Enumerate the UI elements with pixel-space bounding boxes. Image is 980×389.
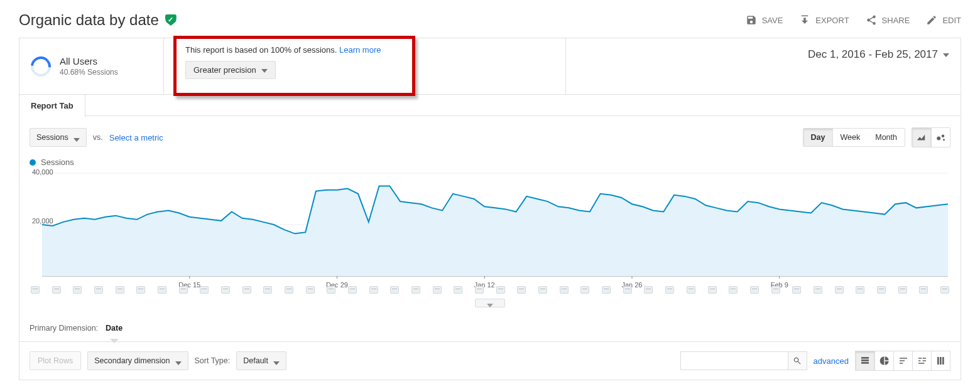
search-input[interactable] xyxy=(681,352,788,370)
motion-chart-icon[interactable] xyxy=(931,128,950,147)
line-chart-icon[interactable] xyxy=(912,128,931,147)
annotation-marker-icon[interactable] xyxy=(560,286,569,294)
pie-chart-icon[interactable] xyxy=(874,351,893,370)
annotation-marker-icon[interactable] xyxy=(771,286,780,294)
annotation-marker-icon[interactable] xyxy=(835,286,844,294)
annotation-marker-icon[interactable] xyxy=(919,286,928,294)
annotation-marker-icon[interactable] xyxy=(580,286,589,294)
annotation-marker-icon[interactable] xyxy=(644,286,653,294)
segment-subtitle: 40.68% Sessions xyxy=(60,68,118,77)
granularity-day[interactable]: Day xyxy=(803,129,833,146)
advanced-filter-link[interactable]: advanced xyxy=(814,356,849,366)
annotation-marker-icon[interactable] xyxy=(792,286,801,294)
save-button[interactable]: SAVE xyxy=(746,14,783,26)
primary-dimension-value[interactable]: Date xyxy=(106,324,122,338)
annotation-marker-icon[interactable] xyxy=(242,286,251,294)
date-range-label: Dec 1, 2016 - Feb 25, 2017 xyxy=(808,48,938,61)
table-view-toggle xyxy=(855,351,950,371)
annotation-marker-icon[interactable] xyxy=(179,286,188,294)
annotation-marker-icon[interactable] xyxy=(158,286,166,294)
edit-button[interactable]: EDIT xyxy=(926,14,961,26)
segment-name: All Users xyxy=(60,56,118,67)
annotation-marker-icon[interactable] xyxy=(538,286,547,294)
annotation-marker-icon[interactable] xyxy=(285,286,293,294)
annotation-marker-icon[interactable] xyxy=(433,286,442,294)
primary-dimension-label: Primary Dimension: xyxy=(30,324,98,338)
share-button[interactable]: SHARE xyxy=(866,14,910,26)
pivot-icon[interactable] xyxy=(931,351,950,370)
precision-label: Greater precision xyxy=(193,65,256,75)
annotation-marker-icon[interactable] xyxy=(116,286,124,294)
annotation-marker-icon[interactable] xyxy=(750,286,759,294)
sessions-chart: Dec 15Dec 29Jan 12Jan 26Feb 9 xyxy=(30,172,950,291)
annotation-marker-icon[interactable] xyxy=(940,286,949,294)
expand-annotations-button[interactable] xyxy=(475,299,505,307)
page-title: Organic data by date xyxy=(19,11,159,29)
annotation-marker-icon[interactable] xyxy=(369,286,378,294)
chart-view-toggle xyxy=(912,127,950,147)
annotation-marker-icon[interactable] xyxy=(708,286,717,294)
chevron-down-icon xyxy=(943,53,949,57)
annotation-marker-icon[interactable] xyxy=(496,286,505,294)
export-icon xyxy=(799,14,810,26)
chevron-down-icon xyxy=(261,69,268,73)
annotation-marker-icon[interactable] xyxy=(263,286,272,294)
annotation-marker-icon[interactable] xyxy=(729,286,738,294)
sort-type-dropdown[interactable]: Default xyxy=(236,351,286,370)
annotation-marker-icon[interactable] xyxy=(327,286,335,294)
share-label: SHARE xyxy=(882,16,910,25)
metric-primary-label: Sessions xyxy=(36,133,68,142)
save-icon xyxy=(746,14,757,26)
annotation-marker-icon[interactable] xyxy=(856,286,864,294)
annotation-marker-icon[interactable] xyxy=(200,286,209,294)
annotation-marker-icon[interactable] xyxy=(602,286,611,294)
precision-dropdown[interactable]: Greater precision xyxy=(185,61,276,79)
granularity-week[interactable]: Week xyxy=(833,129,868,146)
edit-label: EDIT xyxy=(942,16,961,25)
search-button[interactable] xyxy=(788,352,807,370)
segment-card[interactable]: All Users 40.68% Sessions xyxy=(19,38,164,94)
annotation-marker-icon[interactable] xyxy=(348,286,357,294)
annotation-marker-icon[interactable] xyxy=(665,286,674,294)
annotation-marker-icon[interactable] xyxy=(31,286,40,294)
learn-more-link[interactable]: Learn more xyxy=(339,45,381,55)
chart-legend: Sessions xyxy=(19,154,961,167)
annotation-marker-icon[interactable] xyxy=(687,286,695,294)
svg-point-0 xyxy=(937,137,940,141)
date-range-picker[interactable]: Dec 1, 2016 - Feb 25, 2017 xyxy=(808,38,961,94)
export-button[interactable]: EXPORT xyxy=(799,14,849,26)
data-table-icon[interactable] xyxy=(856,351,874,370)
annotation-marker-icon[interactable] xyxy=(52,286,61,294)
primary-dimension-row: Primary Dimension: Date xyxy=(19,307,961,341)
svg-point-1 xyxy=(941,135,944,138)
annotation-marker-icon[interactable] xyxy=(390,286,399,294)
annotation-marker-icon[interactable] xyxy=(94,286,103,294)
granularity-month[interactable]: Month xyxy=(868,129,905,146)
select-metric-link[interactable]: Select a metric xyxy=(109,133,163,142)
annotation-marker-icon[interactable] xyxy=(411,286,420,294)
annotation-marker-icon[interactable] xyxy=(73,286,82,294)
annotation-marker-icon[interactable] xyxy=(877,286,886,294)
secondary-dimension-dropdown[interactable]: Secondary dimension xyxy=(87,351,188,370)
y-tick-top: 40,000 xyxy=(32,168,53,176)
plot-rows-button: Plot Rows xyxy=(30,351,81,370)
metric-primary-dropdown[interactable]: Sessions xyxy=(30,128,87,147)
annotation-marker-icon[interactable] xyxy=(475,286,484,294)
comparison-icon[interactable] xyxy=(912,351,931,370)
annotation-marker-icon[interactable] xyxy=(623,286,632,294)
pencil-icon xyxy=(926,14,937,26)
annotation-marker-icon[interactable] xyxy=(221,286,230,294)
secondary-dimension-label: Secondary dimension xyxy=(94,356,170,365)
table-search xyxy=(680,351,807,370)
annotation-marker-icon[interactable] xyxy=(136,286,145,294)
annotation-marker-icon[interactable] xyxy=(814,286,822,294)
sampling-text: This report is based on 100% of sessions… xyxy=(185,45,339,55)
action-bar: SAVE EXPORT SHARE EDIT xyxy=(746,14,961,26)
performance-icon[interactable] xyxy=(893,351,912,370)
annotation-marker-icon[interactable] xyxy=(517,286,526,294)
annotation-marker-icon[interactable] xyxy=(898,286,907,294)
annotation-marker-icon[interactable] xyxy=(454,286,462,294)
annotation-marker-icon[interactable] xyxy=(306,286,315,294)
save-label: SAVE xyxy=(762,16,783,25)
tab-report[interactable]: Report Tab xyxy=(19,94,85,117)
